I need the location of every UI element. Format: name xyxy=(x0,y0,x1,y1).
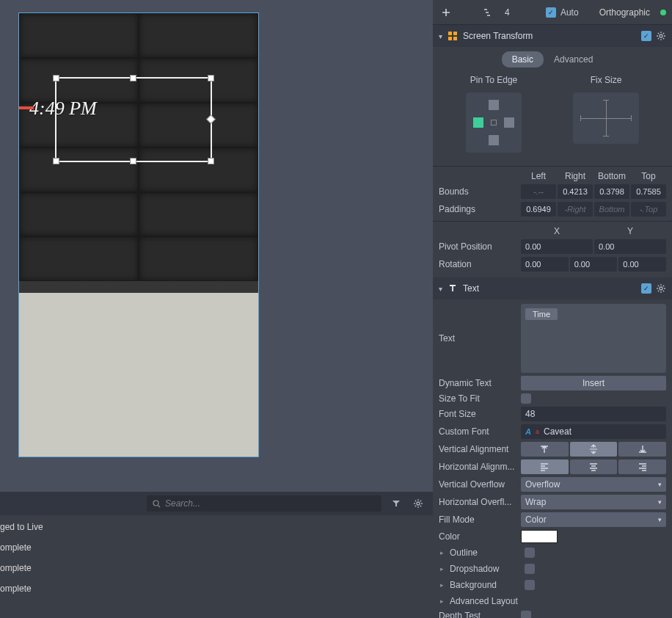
halign-right-button[interactable] xyxy=(618,459,666,474)
auto-toggle[interactable]: ✓ Auto xyxy=(546,7,579,18)
padding-top-input[interactable] xyxy=(631,202,666,217)
chevron-right-icon[interactable]: ▸ xyxy=(440,597,444,605)
svg-point-2 xyxy=(417,502,420,505)
gear-icon[interactable] xyxy=(656,31,666,41)
advanced-layout-label: Advanced Layout xyxy=(450,596,666,606)
log-search-input[interactable]: Search... xyxy=(147,495,381,512)
custom-font-field[interactable]: Aa Caveat xyxy=(521,424,666,439)
hierarchy-icon[interactable] xyxy=(481,5,496,20)
chevron-down-icon: ▾ xyxy=(658,516,662,523)
rotation-z-input[interactable] xyxy=(618,257,666,272)
filter-icon[interactable] xyxy=(389,496,403,511)
svg-rect-6 xyxy=(453,37,457,40)
bounds-label: Bounds xyxy=(439,186,519,197)
text-content-area[interactable]: Time xyxy=(521,304,666,373)
time-text-overlay: 4:49 PM xyxy=(29,98,97,120)
inspector-toolbar: 4 ✓ Auto Orthographic xyxy=(433,0,672,25)
log-body: ged to Live omplete omplete omplete xyxy=(0,515,433,600)
text-component-header[interactable]: ▾ Text ✓ xyxy=(433,277,672,299)
svg-rect-3 xyxy=(448,32,452,35)
size-to-fit-checkbox[interactable] xyxy=(521,393,531,404)
custom-font-label: Custom Font xyxy=(439,426,519,437)
chevron-right-icon[interactable]: ▸ xyxy=(440,565,444,572)
log-line: ged to Live xyxy=(0,517,433,537)
log-line: omplete xyxy=(0,537,433,558)
gear-icon[interactable] xyxy=(656,283,666,294)
screen-transform-icon xyxy=(447,30,459,42)
rotation-x-input[interactable] xyxy=(521,257,569,272)
pivot-y-input[interactable] xyxy=(594,239,666,254)
color-label: Color xyxy=(439,531,519,542)
pivot-label: Pivot Position xyxy=(439,241,519,252)
svg-line-1 xyxy=(158,505,161,507)
tab-basic[interactable]: Basic xyxy=(502,51,544,68)
rotation-y-input[interactable] xyxy=(570,257,618,272)
padding-right-input[interactable] xyxy=(558,202,593,217)
text-token[interactable]: Time xyxy=(525,308,558,320)
pin-top[interactable] xyxy=(489,100,499,110)
outline-checkbox[interactable] xyxy=(525,548,535,558)
enable-check-icon[interactable]: ✓ xyxy=(641,283,651,294)
valign-bottom-button[interactable] xyxy=(618,442,666,457)
mode-tabs: Basic Advanced xyxy=(433,47,672,75)
fill-mode-label: Fill Mode xyxy=(439,515,519,525)
tab-advanced[interactable]: Advanced xyxy=(544,51,603,68)
status-dot xyxy=(660,10,666,15)
halign-center-button[interactable] xyxy=(570,459,618,474)
color-swatch[interactable] xyxy=(521,530,558,543)
hierarchy-level: 4 xyxy=(505,7,510,18)
add-icon[interactable] xyxy=(439,5,453,20)
valign-middle-button[interactable] xyxy=(570,442,618,457)
projection-label[interactable]: Orthographic xyxy=(599,7,650,18)
halign-left-button[interactable] xyxy=(521,459,569,474)
bounds-right-input[interactable] xyxy=(558,184,593,199)
pin-center[interactable] xyxy=(491,120,497,126)
dropshadow-checkbox[interactable] xyxy=(525,564,535,574)
screen-transform-header[interactable]: ▾ Screen Transform ✓ xyxy=(433,25,672,47)
col-right: Right xyxy=(558,171,593,181)
gear-icon[interactable] xyxy=(411,496,426,511)
fix-size-label: Fix Size xyxy=(573,75,639,85)
padding-left-input[interactable] xyxy=(521,202,556,217)
fix-size-control[interactable] xyxy=(573,92,639,144)
halign-label: Horizontal Alignm... xyxy=(439,462,519,472)
chevron-down-icon: ▾ xyxy=(439,285,442,293)
bounds-left-input[interactable] xyxy=(521,184,556,199)
padding-bottom-input[interactable] xyxy=(594,202,629,217)
pin-bottom[interactable] xyxy=(489,135,499,145)
red-marker xyxy=(19,106,34,109)
bounds-bottom-input[interactable] xyxy=(594,184,629,199)
fill-mode-select[interactable]: Color▾ xyxy=(521,512,666,527)
insert-button[interactable]: Insert xyxy=(521,376,666,390)
pin-to-edge-grid[interactable] xyxy=(466,92,522,153)
background-checkbox[interactable] xyxy=(525,580,535,590)
chevron-right-icon[interactable]: ▸ xyxy=(440,581,444,589)
background-label: Background xyxy=(450,580,519,590)
paddings-label: Paddings xyxy=(439,204,519,214)
col-x: X xyxy=(521,226,593,236)
log-header: Search... xyxy=(0,492,433,515)
rotation-label: Rotation xyxy=(439,259,519,269)
search-icon xyxy=(153,500,161,508)
chevron-down-icon: ▾ xyxy=(658,498,662,506)
svg-point-7 xyxy=(660,34,662,37)
text-label: Text xyxy=(439,333,519,343)
voverflow-label: Vertical Overflow xyxy=(439,479,519,490)
hoverflow-select[interactable]: Wrap▾ xyxy=(521,495,666,509)
bounds-top-input[interactable] xyxy=(631,184,666,199)
col-bottom: Bottom xyxy=(594,171,629,181)
pin-to-edge-label: Pin To Edge xyxy=(466,75,522,85)
component-title: Screen Transform xyxy=(463,31,637,41)
voverflow-select[interactable]: Overflow▾ xyxy=(521,477,666,492)
pin-right[interactable] xyxy=(504,117,514,128)
pin-left[interactable] xyxy=(473,117,483,128)
valign-top-button[interactable] xyxy=(521,442,569,457)
enable-check-icon[interactable]: ✓ xyxy=(641,31,651,41)
viewport-canvas[interactable]: 4:49 PM xyxy=(18,12,259,457)
col-top: Top xyxy=(631,171,666,181)
depth-test-checkbox[interactable] xyxy=(521,611,531,618)
font-size-input[interactable] xyxy=(521,407,666,421)
log-panel: Search... ged to Live omplete omplete om… xyxy=(0,492,433,618)
chevron-right-icon[interactable]: ▸ xyxy=(440,549,444,556)
pivot-x-input[interactable] xyxy=(521,239,593,254)
